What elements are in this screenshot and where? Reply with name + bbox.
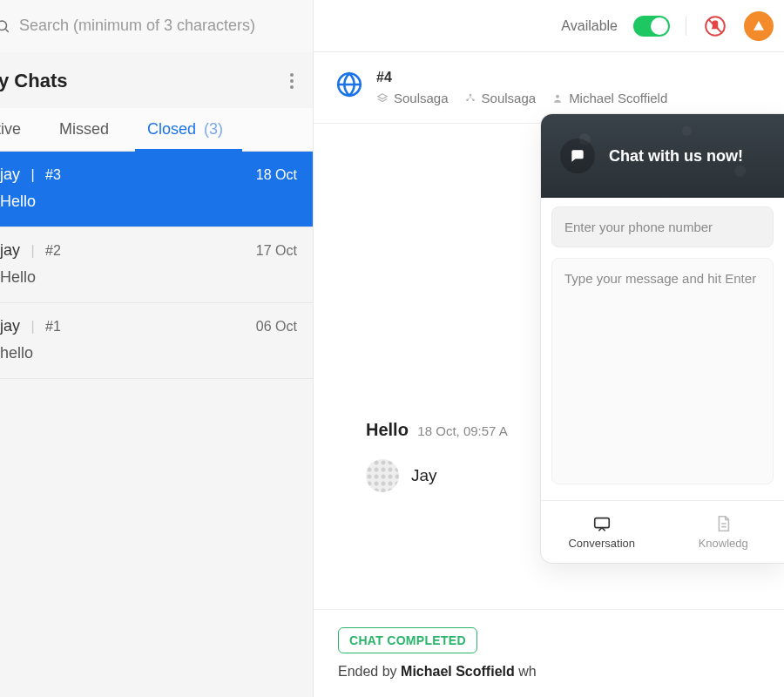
widget-tabs: Conversation Knowledg [541,500,784,563]
sidebar-title: y Chats [0,70,67,92]
mute-notifications-icon[interactable] [702,13,728,39]
globe-icon [335,70,364,99]
chat-id: #1 [45,319,61,334]
tab-closed-count: (3) [204,120,223,138]
chat-preview: Hello [0,193,297,211]
conversation-footer: CHAT COMPLETED Ended by Michael Scoffiel… [314,609,784,697]
document-icon [713,514,733,533]
svg-point-0 [0,21,7,30]
widget-phone-input[interactable] [551,206,774,247]
main-panel: #4 Soulsaga Soulsaga Michael Scoffield H… [314,52,784,697]
sidebar: y Chats tive Missed Closed (3) jay | #3 … [0,52,314,697]
svg-line-1 [5,29,8,31]
meta-portal[interactable]: Soulsaga [376,91,449,105]
chat-id-separator: | [30,167,34,182]
availability-label: Available [561,18,618,34]
department-icon [464,92,476,105]
chat-filter-tabs: tive Missed Closed (3) [0,108,313,152]
ended-by-line: Ended by Michael Scoffield wh [338,664,760,680]
widget-tab-conversation[interactable]: Conversation [541,501,663,563]
widget-body [541,198,784,500]
topbar-right: Available [561,11,784,41]
chat-date: 18 Oct [256,167,297,183]
sender-avatar [366,459,399,492]
message-timestamp: 18 Oct, 09:57 A [417,423,507,438]
search-input[interactable] [19,17,313,35]
chat-id: #3 [45,167,61,182]
meta-visitor[interactable]: Michael Scoffield [551,91,667,105]
chat-preview: Hello [0,268,297,287]
status-badge: CHAT COMPLETED [338,627,477,653]
widget-title: Chat with us now! [609,147,743,166]
chat-bubble-icon [569,147,586,165]
chat-name: jay [0,241,20,259]
sender-row: Jay [366,459,508,492]
tab-closed-label: Closed [147,120,196,138]
conversation-icon [592,514,612,533]
person-icon [551,92,564,105]
svg-point-5 [469,93,471,96]
stack-icon [376,92,389,105]
widget-tab-knowledge[interactable]: Knowledg [663,501,785,563]
chat-date: 06 Oct [256,319,297,335]
top-bar: Available [0,0,784,52]
conversation-meta: Soulsaga Soulsaga Michael Scoffield [376,91,667,105]
meta-department[interactable]: Soulsaga [464,91,537,105]
widget-message-textarea[interactable] [551,258,774,484]
message-text: Hello [366,420,409,439]
chat-id-separator: | [30,319,34,334]
chat-preview: hello [0,344,297,362]
chat-id: #2 [45,243,61,258]
user-avatar[interactable] [744,11,774,41]
chat-list-item[interactable]: jay | #1 06 Oct hello [0,303,313,379]
chat-id-separator: | [30,243,34,258]
divider [686,17,686,36]
tab-missed[interactable]: Missed [40,108,128,151]
sidebar-more-button[interactable] [285,68,299,94]
chat-name: jay [0,166,20,183]
availability-toggle[interactable] [633,16,670,37]
svg-point-8 [556,94,559,98]
search-container [0,0,314,52]
chat-list-item[interactable]: jay | #2 17 Oct Hello [0,227,313,303]
message-block: Hello 18 Oct, 09:57 A Jay [366,420,508,492]
tab-closed[interactable]: Closed (3) [128,108,242,151]
widget-header-icon [560,139,595,173]
sidebar-header: y Chats [0,52,313,108]
chat-widget: Chat with us now! Conversation Knowledg [540,113,784,564]
svg-rect-9 [595,518,610,528]
chat-name: jay [0,317,20,335]
chat-date: 17 Oct [256,243,297,259]
widget-header: Chat with us now! [541,114,784,198]
search-icon [0,18,10,34]
chat-list-item[interactable]: jay | #3 18 Oct Hello [0,152,313,227]
sender-name: Jay [411,466,437,485]
tab-active[interactable]: tive [0,108,40,151]
chat-list: jay | #3 18 Oct Hello jay | #2 17 Oct He… [0,152,313,697]
conversation-id: #4 [376,70,667,85]
